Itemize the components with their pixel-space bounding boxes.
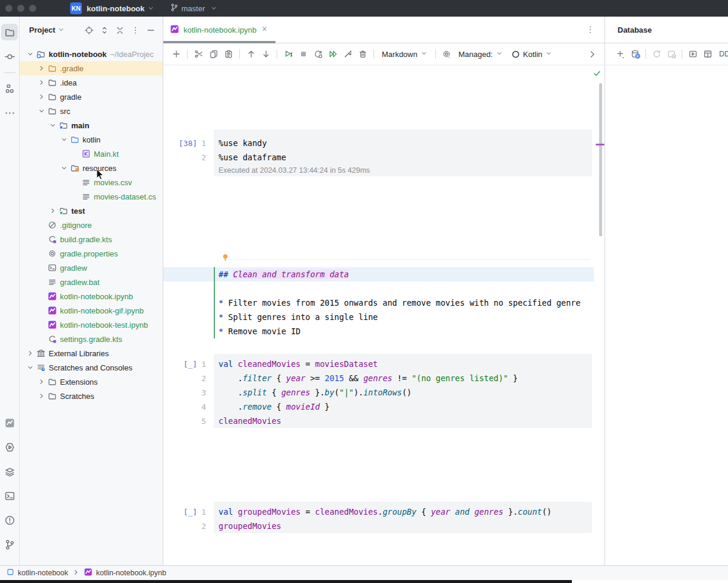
close-tab-icon[interactable] bbox=[261, 25, 268, 34]
add-cell-button[interactable] bbox=[169, 47, 183, 62]
breadcrumb-module[interactable]: kotlin-notebook bbox=[18, 569, 68, 577]
tree-item-scratches-and-consoles[interactable]: Scratches and Consoles bbox=[20, 360, 163, 375]
code-line[interactable]: %use kandy bbox=[214, 138, 267, 148]
clear-outputs-button[interactable] bbox=[340, 47, 355, 62]
chevron-down-icon[interactable] bbox=[36, 107, 47, 115]
tab-kotlin-notebook-ipynb[interactable]: kotlin-notebook.ipynb bbox=[163, 17, 276, 43]
db-ddl-button[interactable]: DDL bbox=[715, 47, 728, 62]
paste-button[interactable] bbox=[221, 47, 236, 62]
tree-item-movies-dataset-cs[interactable]: movies-dataset.cs bbox=[20, 189, 163, 204]
code-cell[interactable]: [38]1%use kandy2%use dataframeExecuted a… bbox=[163, 129, 594, 176]
cell-type-dropdown[interactable]: Markdown bbox=[378, 47, 432, 62]
database-panel-title[interactable]: Database bbox=[605, 17, 728, 43]
tree-item-scratches[interactable]: Scratches bbox=[20, 389, 163, 403]
tree-item-extensions[interactable]: Extensions bbox=[20, 375, 163, 389]
project-switcher[interactable]: kotlin-notebook bbox=[87, 4, 145, 13]
run-all-button[interactable] bbox=[325, 47, 340, 62]
copy-button[interactable] bbox=[206, 47, 221, 62]
move-cell-down-button[interactable] bbox=[258, 47, 273, 62]
zoom-window-button[interactable] bbox=[29, 5, 36, 12]
tool-stripe-services-button[interactable] bbox=[1, 463, 18, 480]
tree-item-gradlew-bat[interactable]: gradlew.bat bbox=[20, 275, 163, 289]
tool-stripe-terminal-button[interactable] bbox=[1, 487, 18, 504]
tool-stripe-project-folder-button[interactable] bbox=[1, 24, 18, 40]
intention-bulb-icon[interactable] bbox=[221, 253, 230, 264]
tool-stripe-version-control-button[interactable] bbox=[1, 536, 18, 553]
close-window-button[interactable] bbox=[5, 5, 12, 12]
code-line[interactable]: .filter { year >= 2015 && genres != "(no… bbox=[214, 373, 518, 383]
code-line[interactable]: val cleanedMovies = moviesDataset bbox=[214, 359, 378, 369]
chevron-right-icon[interactable] bbox=[36, 93, 47, 101]
tree-item-movies-csv[interactable]: movies.csv bbox=[20, 175, 163, 189]
code-cell[interactable]: [_]1val cleanedMovies = moviesDataset2 .… bbox=[163, 354, 594, 428]
refresh-button[interactable] bbox=[649, 47, 664, 62]
tree-item--idea[interactable]: .idea bbox=[20, 75, 163, 90]
tool-stripe-more-button[interactable] bbox=[1, 104, 18, 121]
locate-button[interactable] bbox=[82, 23, 96, 37]
add-dropdown-button[interactable] bbox=[613, 47, 628, 62]
cut-button[interactable] bbox=[191, 47, 206, 62]
chevron-down-icon[interactable] bbox=[59, 164, 69, 172]
code-line[interactable]: val groupedMovies = cleanedMovies.groupB… bbox=[214, 507, 552, 517]
editor-scrollbar[interactable] bbox=[599, 83, 602, 236]
tree-item-gradle[interactable]: gradle bbox=[20, 90, 163, 104]
tab-options-kebab-icon[interactable] bbox=[583, 23, 597, 37]
tool-stripe-notebook-tool-button[interactable] bbox=[1, 414, 18, 431]
project-panel-title[interactable]: Project bbox=[29, 26, 55, 34]
tree-item-main-kt[interactable]: Main.kt bbox=[20, 147, 163, 161]
tree-item-gradle-properties[interactable]: gradle.properties bbox=[20, 246, 163, 261]
chevron-right-icon[interactable] bbox=[36, 64, 47, 72]
code-line[interactable]: cleanedMovies bbox=[214, 416, 281, 426]
move-cell-up-button[interactable] bbox=[243, 47, 258, 62]
cancel-running-button[interactable] bbox=[664, 47, 679, 62]
tree-item-src[interactable]: src bbox=[20, 104, 163, 118]
code-line[interactable]: groupedMovies bbox=[214, 521, 281, 531]
tree-item-kotlin-notebook-gif-ipynb[interactable]: kotlin-notebook-gif.ipynb bbox=[20, 303, 163, 318]
chevron-right-icon[interactable] bbox=[48, 207, 58, 215]
tree-item-kotlin-notebook-test-ipynb[interactable]: kotlin-notebook-test.ipynb bbox=[20, 318, 163, 332]
chevron-down-icon[interactable] bbox=[48, 121, 58, 129]
data-source-properties-button[interactable] bbox=[628, 47, 642, 62]
run-cell-button[interactable] bbox=[281, 47, 296, 62]
code-line[interactable]: * Split genres into a single line bbox=[163, 312, 378, 322]
jump-to-console-button[interactable] bbox=[685, 47, 700, 62]
options-kebab-button[interactable] bbox=[128, 23, 143, 37]
code-cell[interactable]: [_]1val groupedMovies = cleanedMovies.gr… bbox=[163, 502, 594, 533]
code-line[interactable]: .split { genres }.by("|").intoRows() bbox=[214, 388, 412, 397]
tree-item-test[interactable]: test bbox=[20, 204, 163, 218]
tool-stripe-commit-button[interactable] bbox=[1, 48, 18, 65]
chevron-right-icon[interactable] bbox=[25, 349, 36, 357]
delete-cell-button[interactable] bbox=[355, 47, 370, 62]
restart-kernel-button[interactable] bbox=[311, 47, 325, 62]
table-view-button[interactable] bbox=[700, 47, 715, 62]
toolbar-overflow-chevron-button[interactable] bbox=[585, 47, 600, 62]
code-line[interactable]: %use dataframe bbox=[214, 153, 286, 162]
markdown-source-cell[interactable]: ## Clean and transform data* Filter movi… bbox=[163, 267, 594, 338]
tree-item-main[interactable]: main bbox=[20, 118, 163, 132]
code-line[interactable]: * Remove movie ID bbox=[163, 327, 300, 336]
collapse-all-button[interactable] bbox=[113, 23, 127, 37]
stop-kernel-button[interactable] bbox=[296, 47, 311, 62]
chevron-down-icon[interactable] bbox=[59, 135, 69, 144]
breadcrumb-file[interactable]: kotlin-notebook.ipynb bbox=[96, 569, 166, 577]
chevron-down-icon[interactable] bbox=[25, 363, 36, 372]
code-line[interactable]: ## Clean and transform data bbox=[163, 270, 349, 279]
tree-item-settings-gradle-kts[interactable]: settings.gradle.kts bbox=[20, 332, 163, 346]
hide-panel-button[interactable] bbox=[144, 23, 158, 37]
tree-item-gradlew[interactable]: gradlew bbox=[20, 261, 163, 275]
tree-item-kotlin-notebook-ipynb[interactable]: kotlin-notebook.ipynb bbox=[20, 289, 163, 303]
tool-stripe-structure-button[interactable] bbox=[1, 80, 18, 97]
notebook-settings-button[interactable] bbox=[439, 47, 454, 62]
tree-item--gitignore[interactable]: .gitignore bbox=[20, 218, 163, 232]
chevron-down-icon[interactable] bbox=[25, 50, 36, 58]
managed-dropdown[interactable]: Managed: bbox=[454, 47, 507, 62]
code-line[interactable]: * Filter movies from 2015 onwards and re… bbox=[163, 298, 581, 308]
chevron-right-icon[interactable] bbox=[36, 392, 47, 400]
tree-item-resources[interactable]: resources bbox=[20, 161, 163, 175]
minimize-window-button[interactable] bbox=[17, 5, 24, 12]
code-line[interactable]: .remove { movieId } bbox=[214, 402, 330, 411]
tool-stripe-run-button[interactable] bbox=[1, 439, 18, 455]
chevron-right-icon[interactable] bbox=[36, 378, 47, 386]
tree-item-build-gradle-kts[interactable]: build.gradle.kts bbox=[20, 232, 163, 246]
tool-stripe-problems-button[interactable] bbox=[1, 512, 18, 528]
